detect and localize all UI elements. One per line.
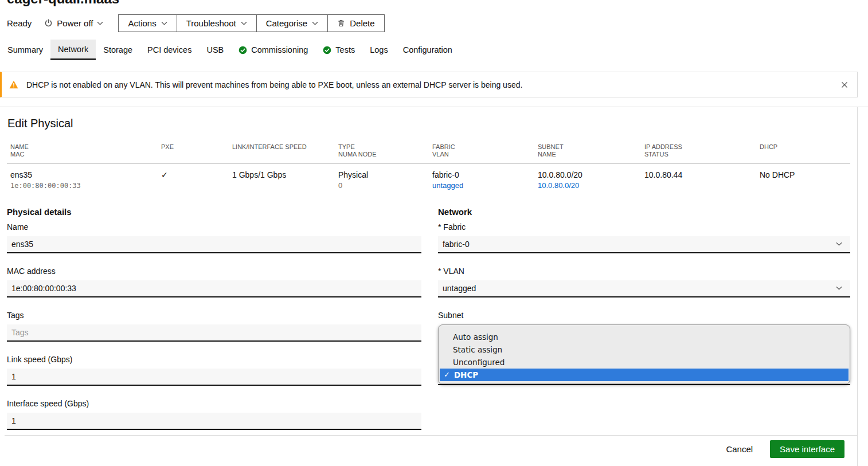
subnet-option-unconfigured[interactable]: Unconfigured bbox=[440, 356, 849, 369]
check-icon: ✓ bbox=[444, 369, 450, 381]
link-speed-input[interactable] bbox=[7, 369, 421, 386]
mac-address-input[interactable] bbox=[7, 280, 421, 297]
actions-button[interactable]: Actions bbox=[119, 15, 176, 32]
subnet-option-auto-assign[interactable]: Auto assign bbox=[440, 331, 849, 343]
troubleshoot-button[interactable]: Troubleshoot bbox=[177, 15, 256, 32]
delete-button[interactable]: Delete bbox=[327, 15, 384, 32]
option-label: DHCP bbox=[454, 369, 478, 381]
card-right-border bbox=[857, 107, 858, 466]
interface-speed-field-group: Interface speed (Gbps) bbox=[7, 399, 421, 430]
tab-usb[interactable]: USB bbox=[199, 40, 231, 60]
tab-label: Tests bbox=[335, 45, 355, 54]
tags-label: Tags bbox=[7, 311, 421, 320]
tab-pci-devices[interactable]: PCI devices bbox=[140, 40, 199, 60]
cell-type-numa: Physical 0 bbox=[338, 170, 432, 191]
option-label: Unconfigured bbox=[453, 358, 505, 367]
tab-storage[interactable]: Storage bbox=[96, 40, 140, 60]
power-icon bbox=[44, 19, 53, 28]
interface-mac: 1e:00:80:00:00:33 bbox=[10, 180, 161, 191]
link-speed-field-group: Link speed (Gbps) bbox=[7, 355, 421, 386]
close-icon[interactable] bbox=[841, 81, 848, 88]
subnet-field-group: Subnet Auto assignStatic assignUnconfigu… bbox=[438, 311, 850, 385]
card-top-border bbox=[0, 107, 868, 107]
interface-table: NAMEMACPXELINK/INTERFACE SPEEDTYPENUMA N… bbox=[7, 143, 850, 191]
tab-network[interactable]: Network bbox=[50, 40, 96, 60]
success-icon bbox=[323, 46, 331, 54]
subnet-value: 10.0.80.0/20 bbox=[538, 170, 644, 180]
tab-label: PCI devices bbox=[147, 45, 191, 54]
name-label: Name bbox=[7, 222, 421, 232]
table-row: ens35 1e:00:80:00:00:33 ✓ 1 Gbps/1 Gbps … bbox=[7, 164, 850, 191]
chevron-down-icon bbox=[241, 21, 247, 26]
dhcp-status: No DHCP bbox=[760, 170, 854, 180]
column-header-name: NAMEMAC bbox=[10, 143, 161, 158]
tab-tests[interactable]: Tests bbox=[315, 40, 362, 60]
column-header-pxe: PXE bbox=[161, 143, 232, 158]
chevron-down-icon bbox=[836, 286, 842, 291]
subnet-select-underline bbox=[438, 384, 850, 385]
fabric-select[interactable]: fabric-0 bbox=[438, 236, 850, 253]
chevron-down-icon bbox=[836, 242, 842, 246]
pxe-check-icon: ✓ bbox=[161, 170, 232, 180]
column-header-type: TYPENUMA NODE bbox=[338, 143, 432, 158]
subnet-option-dhcp[interactable]: ✓DHCP bbox=[440, 369, 849, 381]
tab-commissioning[interactable]: Commissioning bbox=[231, 40, 315, 60]
machine-status: Ready bbox=[7, 18, 32, 28]
tab-label: USB bbox=[206, 45, 224, 54]
fabric-label: * Fabric bbox=[438, 222, 850, 232]
network-column: Network * Fabric fabric-0 * VLAN untagge… bbox=[438, 203, 850, 443]
cancel-button[interactable]: Cancel bbox=[726, 444, 753, 454]
page-title: eager-quail.maas bbox=[7, 0, 119, 7]
chevron-down-icon bbox=[97, 21, 103, 26]
tab-label: Network bbox=[58, 45, 88, 54]
vlan-select[interactable]: untagged bbox=[438, 280, 850, 297]
power-dropdown[interactable]: Power off bbox=[44, 18, 103, 28]
tab-summary[interactable]: Summary bbox=[0, 40, 50, 60]
troubleshoot-button-label: Troubleshoot bbox=[186, 18, 236, 28]
numa-node: 0 bbox=[338, 180, 432, 191]
interface-speed-label: Interface speed (Gbps) bbox=[7, 399, 421, 409]
fabric-value: fabric-0 bbox=[432, 170, 538, 180]
tab-label: Summary bbox=[7, 45, 43, 54]
tab-label: Configuration bbox=[403, 45, 452, 54]
machine-action-row: Ready Power off ActionsTroubleshootCateg… bbox=[7, 14, 385, 32]
mac-field-group: MAC address bbox=[7, 267, 421, 297]
subnet-link[interactable]: 10.0.80.0/20 bbox=[538, 180, 644, 191]
chevron-down-icon bbox=[312, 21, 318, 26]
save-interface-button[interactable]: Save interface bbox=[770, 440, 844, 458]
tags-field-group: Tags bbox=[7, 311, 421, 342]
tab-label: Logs bbox=[370, 45, 388, 54]
ip-address: 10.0.80.44 bbox=[644, 170, 760, 180]
cell-fabric-vlan: fabric-0 untagged bbox=[432, 170, 538, 191]
interface-table-header: NAMEMACPXELINK/INTERFACE SPEEDTYPENUMA N… bbox=[7, 143, 850, 164]
trash-icon bbox=[337, 19, 345, 28]
tags-input[interactable] bbox=[7, 324, 421, 342]
cell-link-speed: 1 Gbps/1 Gbps bbox=[232, 170, 338, 191]
cell-subnet-name: 10.0.80.0/20 10.0.80.0/20 bbox=[538, 170, 644, 191]
cell-ip-status: 10.0.80.44 bbox=[644, 170, 760, 191]
tab-logs[interactable]: Logs bbox=[362, 40, 395, 60]
interface-speed-input[interactable] bbox=[7, 413, 421, 430]
option-label: Auto assign bbox=[453, 332, 498, 342]
cell-dhcp: No DHCP bbox=[760, 170, 854, 191]
tab-configuration[interactable]: Configuration bbox=[396, 40, 460, 60]
physical-details-column: Physical details Name MAC address Tags L… bbox=[7, 203, 421, 443]
categorise-button[interactable]: Categorise bbox=[256, 15, 328, 32]
cell-name-mac: ens35 1e:00:80:00:00:33 bbox=[10, 170, 161, 191]
mac-address-label: MAC address bbox=[7, 267, 421, 276]
vlan-field-group: * VLAN untagged bbox=[438, 267, 850, 297]
name-field-group: Name bbox=[7, 222, 421, 253]
link-speed-label: Link speed (Gbps) bbox=[7, 355, 421, 365]
actions-button-label: Actions bbox=[128, 18, 156, 28]
option-label: Static assign bbox=[453, 345, 502, 354]
dhcp-warning-banner: DHCP is not enabled on any VLAN. This wi… bbox=[0, 72, 858, 97]
column-header-dhcp: DHCP bbox=[760, 143, 854, 158]
machine-tab-bar: SummaryNetworkStoragePCI devicesUSBCommi… bbox=[0, 40, 868, 60]
link-speed-value: 1 Gbps/1 Gbps bbox=[232, 170, 338, 180]
subnet-option-static-assign[interactable]: Static assign bbox=[440, 343, 849, 356]
vlan-link[interactable]: untagged bbox=[432, 180, 538, 191]
name-input[interactable] bbox=[7, 236, 421, 253]
physical-details-heading: Physical details bbox=[7, 207, 421, 217]
action-button-group: ActionsTroubleshootCategoriseDelete bbox=[118, 14, 384, 32]
vlan-label: * VLAN bbox=[438, 267, 850, 276]
